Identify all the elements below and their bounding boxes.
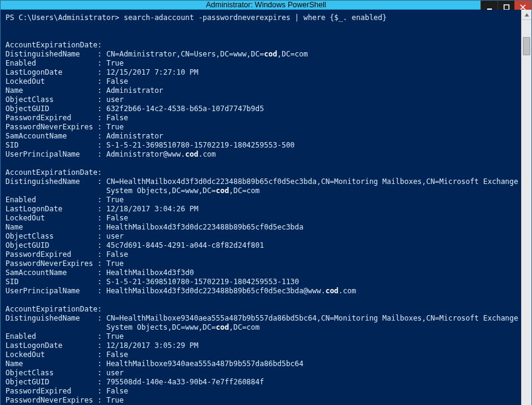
powershell-window: Administrator: Windows PowerShell PS C:\… — [0, 0, 532, 405]
svg-rect-1 — [504, 5, 509, 10]
vertical-scrollbar[interactable] — [521, 10, 531, 405]
scroll-up-button[interactable] — [522, 10, 531, 20]
titlebar[interactable]: Administrator: Windows PowerShell — [1, 1, 531, 10]
scroll-thumb[interactable] — [523, 37, 530, 55]
window-title: Administrator: Windows PowerShell — [1, 1, 531, 9]
terminal-output[interactable]: PS C:\Users\Administrator> search-adacco… — [1, 10, 521, 405]
scroll-track[interactable] — [522, 20, 531, 405]
client-area: PS C:\Users\Administrator> search-adacco… — [1, 10, 531, 405]
